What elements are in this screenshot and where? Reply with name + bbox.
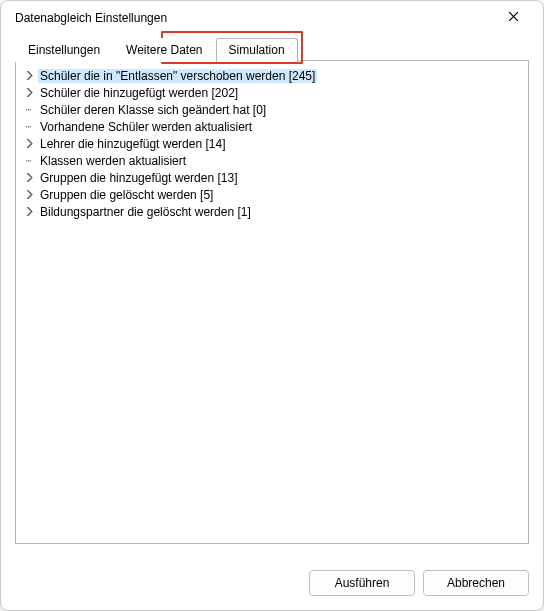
tree-item-label: Schüler die hinzugefügt werden [202] (38, 86, 240, 100)
tree-item-label: Gruppen die gelöscht werden [5] (38, 188, 215, 202)
tree-item[interactable]: Bildungspartner die gelöscht werden [1] (18, 203, 526, 220)
tree-item[interactable]: Schüler die in "Entlassen" verschoben we… (18, 67, 526, 84)
tree-item[interactable]: Gruppen die gelöscht werden [5] (18, 186, 526, 203)
tab-label: Simulation (229, 43, 285, 57)
tree-branch-glyph: ⋯ (22, 104, 36, 115)
tree-item[interactable]: ⋯Schüler deren Klasse sich geändert hat … (18, 101, 526, 118)
tree-item-label: Lehrer die hinzugefügt werden [14] (38, 137, 227, 151)
tab-einstellungen[interactable]: Einstellungen (15, 38, 113, 62)
button-label: Ausführen (335, 576, 390, 590)
tree-item-label: Schüler deren Klasse sich geändert hat [… (38, 103, 268, 117)
tree-item-label: Gruppen die hinzugefügt werden [13] (38, 171, 239, 185)
dialog-body: Einstellungen Weitere Daten Simulation S… (1, 35, 543, 558)
close-icon (508, 11, 519, 25)
tree-item[interactable]: ⋯Klassen werden aktualisiert (18, 152, 526, 169)
tree-branch-glyph: ⋯ (22, 155, 36, 166)
tree-item[interactable]: Lehrer die hinzugefügt werden [14] (18, 135, 526, 152)
expand-icon[interactable] (22, 190, 36, 199)
simulation-tree[interactable]: Schüler die in "Entlassen" verschoben we… (15, 61, 529, 544)
tree-branch-glyph: ⋯ (22, 121, 36, 132)
tree-item-label: Schüler die in "Entlassen" verschoben we… (38, 69, 317, 83)
tab-simulation[interactable]: Simulation (216, 38, 298, 62)
tree-item-label: Bildungspartner die gelöscht werden [1] (38, 205, 253, 219)
titlebar: Datenabgleich Einstellungen (1, 1, 543, 35)
close-button[interactable] (493, 4, 533, 32)
expand-icon[interactable] (22, 207, 36, 216)
cancel-button[interactable]: Abbrechen (423, 570, 529, 596)
tree-item[interactable]: Gruppen die hinzugefügt werden [13] (18, 169, 526, 186)
expand-icon[interactable] (22, 139, 36, 148)
window-title: Datenabgleich Einstellungen (15, 11, 493, 25)
expand-icon[interactable] (22, 88, 36, 97)
dialog-footer: Ausführen Abbrechen (1, 558, 543, 610)
expand-icon[interactable] (22, 173, 36, 182)
tab-label: Weitere Daten (126, 43, 202, 57)
tree-item[interactable]: ⋯Vorhandene Schüler werden aktualisiert (18, 118, 526, 135)
tree-item-label: Vorhandene Schüler werden aktualisiert (38, 120, 254, 134)
button-label: Abbrechen (447, 576, 505, 590)
dialog-window: Datenabgleich Einstellungen Einstellunge… (0, 0, 544, 611)
tab-bar: Einstellungen Weitere Daten Simulation (15, 35, 529, 61)
expand-icon[interactable] (22, 71, 36, 80)
execute-button[interactable]: Ausführen (309, 570, 415, 596)
tree-item[interactable]: Schüler die hinzugefügt werden [202] (18, 84, 526, 101)
tree-item-label: Klassen werden aktualisiert (38, 154, 188, 168)
tab-label: Einstellungen (28, 43, 100, 57)
tab-weitere-daten[interactable]: Weitere Daten (113, 38, 215, 62)
